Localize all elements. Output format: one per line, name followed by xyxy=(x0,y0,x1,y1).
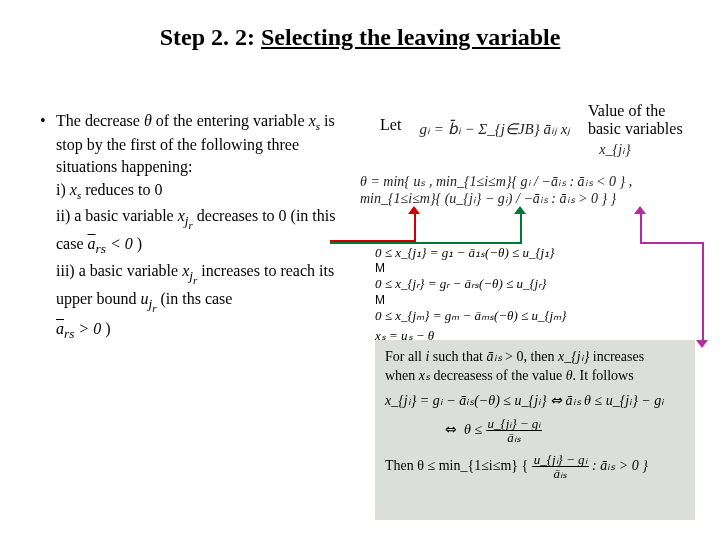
xjr-icon: xjr xyxy=(182,260,197,288)
case-iii: iii) a basic variable xjr increases to r… xyxy=(40,260,360,316)
arrow-mag-v1 xyxy=(640,212,642,242)
title-underlined: Selecting the leaving variable xyxy=(261,24,560,50)
xji-symbol: x_{jᵢ} xyxy=(600,140,630,158)
arrow-mag-h xyxy=(640,242,704,244)
left-column: The decrease θ of the entering variable … xyxy=(40,110,360,343)
arrow-mag-head-up-icon xyxy=(634,206,646,214)
arrow-mag-v2 xyxy=(702,242,704,342)
t: ) xyxy=(101,320,110,337)
let-label: Let xyxy=(380,116,401,134)
t: of the entering variable xyxy=(152,112,309,129)
arrow-red-head-icon xyxy=(408,206,420,214)
xs: x xyxy=(309,112,316,129)
case-ii: ii) a basic variable xjr decreases to 0 … xyxy=(40,205,360,258)
case-i: i) xs reduces to 0 xyxy=(40,179,360,203)
line5: Then θ ≤ min_{1≤i≤m} { u_{jᵢ} − gᵢ āᵢₛ :… xyxy=(385,453,685,481)
derivation-box: For all i such that āᵢₛ > 0, then x_{jᵢ}… xyxy=(375,340,695,520)
xjr-icon: xjr xyxy=(178,205,193,233)
arrow-red-v xyxy=(414,212,416,242)
row-ellipsis: M xyxy=(375,293,695,308)
theta-sym: θ xyxy=(144,112,152,129)
line2: when xₛ decreasess of the value θ. It fo… xyxy=(385,367,685,386)
t: (in ths case xyxy=(156,290,232,307)
ars-neg-icon: ars < 0 xyxy=(88,233,133,258)
fraction-icon: u_{jᵢ} − gᵢ āᵢₛ xyxy=(532,453,589,481)
arrow-mag-head-down-icon xyxy=(696,340,708,348)
lbl: i) xyxy=(56,181,70,198)
theta-equation: θ = min{ uₛ , min_{1≤i≤m}{ gᵢ / −āᵢₛ : ā… xyxy=(360,170,700,210)
gi-equation: gᵢ = b̄ᵢ − Σ_{j∈JB} āᵢⱼ xⱼ xyxy=(410,112,580,146)
t: ) xyxy=(133,235,142,252)
inequality-system: 0 ≤ x_{j₁} = g₁ − ā₁ₛ(−θ) ≤ u_{j₁} M 0 ≤… xyxy=(375,245,695,335)
line4: ⇔ θ ≤ u_{jᵢ} − gᵢ āᵢₛ xyxy=(385,417,685,445)
row-ellipsis: M xyxy=(375,261,695,276)
slide-title: Step 2. 2: Selecting the leaving variabl… xyxy=(0,24,720,51)
t: reduces to 0 xyxy=(81,181,162,198)
l2: basic variables xyxy=(588,120,683,138)
fraction-icon: u_{jᵢ} − gᵢ āᵢₛ xyxy=(486,417,543,445)
title-prefix: Step 2. 2: xyxy=(160,24,261,50)
row: 0 ≤ x_{jᵣ} = gᵣ − āᵣₛ(−θ) ≤ u_{jᵣ} xyxy=(375,276,695,292)
t: The decrease xyxy=(56,112,144,129)
row: 0 ≤ x_{j₁} = g₁ − ā₁ₛ(−θ) ≤ u_{j₁} xyxy=(375,245,695,261)
lbl: ii) a basic variable xyxy=(56,207,178,224)
case-iii-cond: ars > 0 ) xyxy=(40,318,360,343)
arrow-green-h xyxy=(330,242,522,244)
bullet-lead: The decrease θ of the entering variable … xyxy=(40,110,360,177)
arrow-green-v xyxy=(520,212,522,242)
l1: Value of the xyxy=(588,102,683,120)
xs: x xyxy=(70,181,77,198)
ujr-icon: ujr xyxy=(140,288,156,316)
row: 0 ≤ x_{jₘ} = gₘ − āₘₛ(−θ) ≤ u_{jₘ} xyxy=(375,308,695,324)
arrow-green-head-icon xyxy=(514,206,526,214)
value-of-basic-vars-label: Value of the basic variables xyxy=(588,102,683,139)
lbl: iii) a basic variable xyxy=(56,262,182,279)
ars-pos-icon: ars > 0 xyxy=(56,318,101,343)
line1: For all i such that āᵢₛ > 0, then x_{jᵢ}… xyxy=(385,348,685,367)
line3: x_{jᵢ} = gᵢ − āᵢₛ(−θ) ≤ u_{jᵢ} ⇔ āᵢₛ θ ≤… xyxy=(385,392,685,411)
